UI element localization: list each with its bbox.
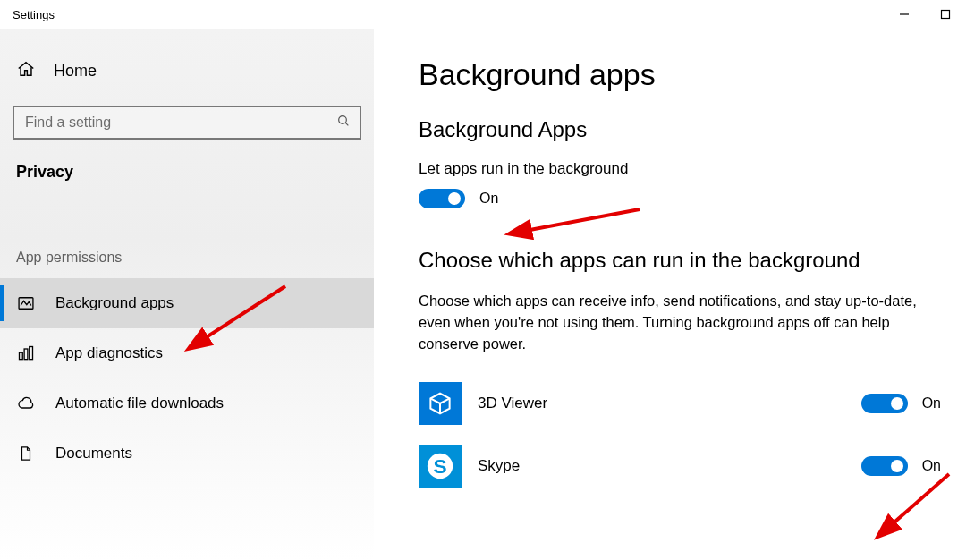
app-name: 3D Viewer <box>478 395 547 412</box>
nav-home[interactable]: Home <box>0 29 374 106</box>
titlebar: Settings <box>0 0 966 29</box>
sidebar-item-auto-downloads[interactable]: Automatic file downloads <box>0 378 374 428</box>
app-row-skype: S Skype On <box>419 441 941 491</box>
app-row-3d-viewer: 3D Viewer On <box>419 378 941 428</box>
sidebar-item-label: Documents <box>55 445 132 462</box>
maximize-button[interactable] <box>925 0 966 29</box>
sidebar-item-app-diagnostics[interactable]: App diagnostics <box>0 328 374 378</box>
sidebar-item-background-apps[interactable]: Background apps <box>0 278 374 328</box>
search-icon <box>336 114 351 132</box>
minimize-button[interactable] <box>884 0 925 29</box>
sidebar-item-label: Automatic file downloads <box>55 395 224 412</box>
master-toggle-label: Let apps run in the background <box>419 160 941 178</box>
app-toggle-skype[interactable] <box>861 456 908 476</box>
3d-viewer-icon <box>419 382 462 425</box>
section-desc: Choose which apps can receive info, send… <box>419 291 941 355</box>
sidebar-item-label: App diagnostics <box>55 344 163 362</box>
diagnostics-icon <box>16 344 36 362</box>
nav-home-label: Home <box>54 62 97 81</box>
group-label: App permissions <box>0 191 374 278</box>
window-controls <box>884 0 966 29</box>
svg-rect-6 <box>24 349 28 360</box>
svg-line-3 <box>345 123 348 125</box>
sidebar-item-documents[interactable]: Documents <box>0 428 374 479</box>
section-title-2: Choose which apps can run in the backgro… <box>419 248 941 273</box>
sidebar: Home Privacy App permissions Background … <box>0 29 374 560</box>
master-toggle[interactable] <box>419 189 465 208</box>
app-toggle-state: On <box>922 458 941 474</box>
app-list: 3D Viewer On S Skype On <box>419 378 941 491</box>
home-icon <box>16 59 36 82</box>
sidebar-item-label: Background apps <box>55 294 174 312</box>
window-title: Settings <box>13 8 55 21</box>
svg-rect-7 <box>30 347 33 360</box>
section-title-1: Background Apps <box>419 117 941 142</box>
cloud-icon <box>16 395 36 412</box>
app-toggle-3d-viewer[interactable] <box>861 394 908 413</box>
svg-rect-1 <box>942 11 950 19</box>
content-pane: Background apps Background Apps Let apps… <box>374 29 966 560</box>
skype-icon: S <box>419 445 462 488</box>
app-toggle-state: On <box>922 395 941 412</box>
search-input[interactable] <box>25 115 336 131</box>
svg-rect-5 <box>20 352 23 360</box>
document-icon <box>16 444 36 463</box>
background-apps-icon <box>16 294 36 312</box>
category-label: Privacy <box>0 163 374 191</box>
app-name: Skype <box>478 457 520 475</box>
search-box[interactable] <box>13 106 361 140</box>
svg-point-2 <box>339 116 347 124</box>
master-toggle-state: On <box>479 191 498 207</box>
page-title: Background apps <box>419 57 941 92</box>
svg-text:S: S <box>433 454 446 478</box>
